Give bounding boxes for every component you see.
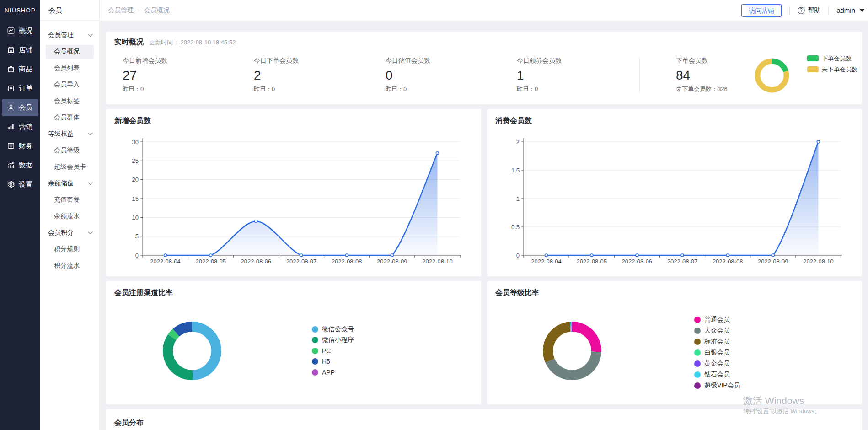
consume-members-chart-card: 消费会员数 00.511.522022-08-042022-08-052022-… [487,109,862,276]
legend-item[interactable]: 微信公众号 [312,324,354,335]
y-tick-label: 10 [132,214,139,221]
x-tick-label: 2022-08-05 [195,258,226,265]
breadcrumb-separator: - [138,7,140,14]
submenu-nav: 会员管理会员概况会员列表会员导入会员标签会员群体等级权益会员等级超级会员卡余额储… [40,21,99,274]
legend-dot [694,382,701,389]
legend-label: 普通会员 [704,316,730,324]
sidebar-item-label: 会员 [19,103,32,112]
sidebar-item-data[interactable]: 数据 [2,156,38,174]
submenu-group-level-benefits[interactable]: 等级权益 [40,126,99,142]
breadcrumb-item-current: 会员概况 [144,6,170,15]
submenu-group-balance-stored-value[interactable]: 余额储值 [40,175,99,192]
submenu-group-member-points[interactable]: 会员积分 [40,225,99,241]
submenu-item-recharge-package[interactable]: 充值套餐 [40,192,99,208]
chart-title: 会员等级比率 [495,288,539,298]
order-members-legend: 下单会员数未下单会员数 [807,55,857,77]
legend-item[interactable]: 标准会员 [694,336,740,347]
gear-icon [7,180,15,188]
x-tick-label: 2022-08-06 [241,258,272,265]
submenu-item-points-rules[interactable]: 积分规则 [40,241,99,258]
area-fill [166,153,438,255]
legend-item[interactable]: 钻石会员 [694,369,740,380]
data-point [817,140,820,143]
y-tick-label: 1.5 [511,167,520,174]
legend-item[interactable]: 白银会员 [694,347,740,358]
stat-label: 今日新增会员数 [123,56,167,65]
legend-item[interactable]: H5 [312,356,354,367]
legend-swatch [807,55,819,61]
topbar: 会员管理 - 会员概况 访问店铺 ? 帮助 admin [100,0,868,21]
help-label: 帮助 [808,6,820,15]
finance-icon [7,142,15,150]
submenu-item-member-list[interactable]: 会员列表 [40,60,99,76]
data-point [681,254,684,257]
pie-slice [572,322,601,352]
submenu-label: 充值套餐 [54,196,80,204]
x-tick-label: 2022-08-04 [531,258,562,265]
x-tick-label: 2022-08-07 [286,258,317,265]
x-tick-label: 2022-08-08 [332,258,362,265]
submenu-item-member-groups[interactable]: 会员群体 [40,109,99,126]
series-line [166,153,438,255]
submenu-group-member-management[interactable]: 会员管理 [40,27,99,43]
stat-col-2: 今日储值会员数0昨日：0 [386,56,430,93]
legend-item[interactable]: 大众会员 [694,325,740,336]
sidebar-item-settings[interactable]: 设置 [2,176,38,193]
sidebar-item-orders[interactable]: 订单 [2,80,38,97]
sidebar-item-members[interactable]: 会员 [2,99,38,116]
legend-dot [312,337,318,343]
sidebar-item-label: 店铺 [19,46,32,54]
data-point [636,254,638,257]
submenu-item-super-member-card[interactable]: 超级会员卡 [40,159,99,175]
stat-label: 今日储值会员数 [386,56,430,65]
chevron-down-icon [88,133,93,136]
legend-item[interactable]: 微信小程序 [312,335,354,346]
submenu-item-balance-flow[interactable]: 余额流水 [40,208,99,225]
stat-sub: 昨日：0 [254,85,299,93]
submenu-item-member-import[interactable]: 会员导入 [40,76,99,93]
submenu-title: 会员 [40,0,99,21]
stat-sub: 昨日：0 [123,85,167,93]
legend-item[interactable]: 下单会员数 [807,55,857,61]
legend-dot [694,360,701,367]
submenu-label: 超级会员卡 [54,163,86,171]
submenu-item-member-overview[interactable]: 会员概况 [40,43,99,60]
submenu-item-member-level[interactable]: 会员等级 [40,142,99,159]
y-tick-label: 30 [132,139,139,145]
visit-shop-button[interactable]: 访问店铺 [741,4,782,17]
legend-item[interactable]: 普通会员 [694,314,740,325]
legend-item[interactable]: 黄金会员 [694,358,740,369]
legend-label: 未下单会员数 [822,65,857,74]
submenu-label: 余额流水 [54,212,80,220]
submenu-item-member-tags[interactable]: 会员标签 [40,93,99,109]
orders-icon [7,84,15,92]
sidebar-item-label: 营销 [19,123,32,131]
vertical-divider [639,57,640,94]
chevron-down-icon [859,9,865,12]
chart-title: 会员注册渠道比率 [114,288,173,298]
pie-slice [163,334,193,380]
help-icon: ? [798,7,805,14]
sidebar-item-goods[interactable]: 商品 [2,60,38,78]
sidebar-item-shop[interactable]: 店铺 [2,41,38,59]
submenu-label: 积分规则 [54,245,80,253]
legend-item[interactable]: PC [312,345,354,356]
overview-icon [7,27,15,35]
submenu-label: 会员标签 [54,97,80,105]
legend-item[interactable]: 未下单会员数 [807,66,857,72]
legend-item[interactable]: 超级VIP会员 [694,380,740,391]
realtime-overview-card: 实时概况 更新时间： 2022-08-10 18:45:52 今日新增会员数27… [106,32,862,104]
help-button[interactable]: ? 帮助 [798,6,820,15]
legend-label: 黄金会员 [704,360,730,368]
submenu-label: 会员列表 [54,64,80,72]
stat-value: 1 [517,68,562,83]
sidebar-item-finance[interactable]: 财务 [2,137,38,155]
legend-item[interactable]: APP [312,367,354,378]
user-menu[interactable]: admin [836,6,865,14]
sidebar-item-marketing[interactable]: 营销 [2,118,38,135]
sidebar-item-overview[interactable]: 概况 [2,22,38,39]
data-point [209,254,212,257]
breadcrumb: 会员管理 - 会员概况 [108,6,170,15]
legend-dot [694,328,701,334]
submenu-item-points-flow[interactable]: 积分流水 [40,258,99,274]
